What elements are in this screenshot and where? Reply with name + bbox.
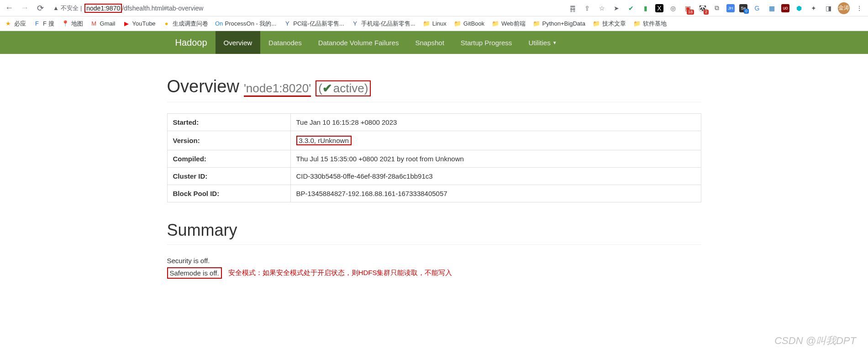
ext-check-icon[interactable]: ✔ bbox=[626, 3, 636, 13]
bookmark-item[interactable]: 📁Web前端 bbox=[492, 20, 526, 28]
safemode-annotation: 安全模式：如果安全模式处于开启状态，则HDFS集群只能读取，不能写入 bbox=[228, 269, 452, 277]
bookmark-label: Gmail bbox=[100, 20, 116, 27]
table-row: Version:3.3.0, rUnknown bbox=[167, 131, 701, 150]
back-button[interactable]: ← bbox=[4, 3, 15, 14]
caret-icon: ▼ bbox=[552, 40, 557, 45]
profile-avatar[interactable]: 金涛 bbox=[838, 2, 850, 14]
share-icon[interactable]: ⇪ bbox=[582, 3, 592, 13]
nav-utilities[interactable]: Utilities▼ bbox=[520, 31, 565, 54]
page-title: Overview 'node1:8020' ( ✔ active) bbox=[167, 77, 701, 102]
bookmark-icon: Y bbox=[284, 20, 291, 27]
row-value: Thu Jul 15 15:35:00 +0800 2021 by root f… bbox=[290, 150, 701, 168]
bookmark-icon: ● bbox=[163, 20, 170, 27]
bookmark-label: F 搜 bbox=[43, 20, 54, 28]
overview-table: Started:Tue Jan 10 16:15:28 +0800 2023Ve… bbox=[167, 113, 701, 202]
bookmark-label: Linux bbox=[432, 20, 447, 27]
bookmark-label: YouTube bbox=[132, 20, 156, 27]
safemode-row: Safemode is off. 安全模式：如果安全模式处于开启状态，则HDFS… bbox=[167, 267, 701, 279]
bookmark-item[interactable]: OnProcessOn - 我的... bbox=[216, 20, 277, 28]
bookmark-label: GitBook bbox=[463, 20, 484, 27]
extensions-icon[interactable]: ✦ bbox=[809, 3, 819, 13]
bookmark-item[interactable]: 📁软件基地 bbox=[633, 20, 667, 28]
bookmark-icon: 📁 bbox=[633, 20, 641, 27]
row-label: Started: bbox=[167, 114, 290, 131]
address-bar[interactable]: ▲ 不安全 | node1:9870 /dfshealth.html#tab-o… bbox=[53, 4, 203, 13]
bookmark-item[interactable]: 📁GitBook bbox=[454, 20, 484, 27]
check-icon: ✔ bbox=[322, 81, 332, 95]
bookmark-label: Web前端 bbox=[501, 20, 526, 28]
ext-teal-icon[interactable]: ⬢ bbox=[794, 3, 804, 13]
bookmark-icon: 📁 bbox=[593, 20, 600, 27]
nav-snapshot[interactable]: Snapshot bbox=[407, 31, 452, 54]
bookmark-icon: ★ bbox=[5, 20, 12, 27]
nav-volume-failures[interactable]: Datanode Volume Failures bbox=[310, 31, 407, 54]
bookmark-item[interactable]: 📁Linux bbox=[423, 20, 447, 27]
table-row: Started:Tue Jan 10 16:15:28 +0800 2023 bbox=[167, 114, 701, 131]
bookmark-label: 手机端-亿品新零售... bbox=[361, 20, 416, 28]
row-value: 3.3.0, rUnknown bbox=[290, 131, 701, 150]
row-value: CID-330b5458-0ffe-46ef-839f-28a6c1bb91c3 bbox=[290, 168, 701, 185]
row-label: Version: bbox=[167, 131, 290, 150]
bookmark-icon: 📁 bbox=[533, 20, 540, 27]
warning-icon: ▲ bbox=[53, 5, 59, 11]
nav-datanodes[interactable]: Datanodes bbox=[260, 31, 310, 54]
bookmark-item[interactable]: ▶YouTube bbox=[123, 20, 156, 27]
url-host: node1:9870 bbox=[84, 4, 122, 13]
bookmark-label: Python+BigData bbox=[542, 20, 585, 27]
ext-g-icon[interactable]: G bbox=[752, 3, 762, 13]
security-label: 不安全 bbox=[61, 4, 79, 12]
bookmark-item[interactable]: YPC端-亿品新零售... bbox=[284, 20, 344, 28]
sidepanel-icon[interactable]: ◨ bbox=[823, 3, 833, 13]
ext-green-icon[interactable]: ▮ bbox=[641, 3, 651, 13]
translate-icon[interactable]: ䷴ bbox=[568, 3, 578, 13]
bookmark-item[interactable]: FF 搜 bbox=[33, 20, 54, 28]
bookmark-icon: 📁 bbox=[454, 20, 461, 27]
ext-panda-icon[interactable]: 🐼2 bbox=[697, 3, 707, 13]
bookmark-item[interactable]: MGmail bbox=[90, 20, 116, 27]
bookmark-item[interactable]: ★必应 bbox=[5, 20, 26, 28]
security-status: Security is off. bbox=[167, 257, 701, 265]
ext-red-badge-icon[interactable]: ▣18 bbox=[683, 3, 693, 13]
forward-button[interactable]: → bbox=[19, 3, 30, 14]
bookmark-icon: On bbox=[216, 20, 223, 27]
ext-jh-icon[interactable]: JH bbox=[726, 4, 735, 12]
ext-shield-icon[interactable]: uo bbox=[781, 4, 789, 12]
hadoop-navbar: Hadoop Overview Datanodes Datanode Volum… bbox=[0, 31, 868, 54]
ext-black-icon[interactable]: X bbox=[655, 4, 663, 12]
row-value: Tue Jan 10 16:15:28 +0800 2023 bbox=[290, 114, 701, 131]
brand-label[interactable]: Hadoop bbox=[167, 37, 216, 48]
ext-blue-icon[interactable]: ▦ bbox=[767, 3, 777, 13]
version-highlight: 3.3.0, rUnknown bbox=[296, 136, 352, 145]
ext-circle-icon[interactable]: ◎ bbox=[668, 3, 678, 13]
bookmark-bar: ★必应FF 搜📍地图MGmail▶YouTube●生成调查问卷OnProcess… bbox=[0, 16, 868, 31]
bookmark-item[interactable]: Y手机端-亿品新零售... bbox=[352, 20, 416, 28]
host-address: 'node1:8020' bbox=[244, 81, 311, 97]
security-indicator[interactable]: ▲ 不安全 | bbox=[53, 4, 82, 12]
ext-arrow-icon[interactable]: ➤ bbox=[611, 3, 621, 13]
extension-tray: ䷴ ⇪ ☆ ➤ ✔ ▮ X ◎ ▣18 🐼2 ⧉ JH Se0 G ▦ uo ⬢… bbox=[568, 2, 864, 14]
bookmark-label: PC端-亿品新零售... bbox=[293, 20, 344, 28]
bookmark-item[interactable]: 📁技术文章 bbox=[593, 20, 626, 28]
star-icon[interactable]: ☆ bbox=[597, 3, 607, 13]
table-row: Cluster ID:CID-330b5458-0ffe-46ef-839f-2… bbox=[167, 168, 701, 185]
status-badge: ( ✔ active) bbox=[316, 80, 371, 96]
url-path: /dfshealth.html#tab-overview bbox=[122, 5, 203, 12]
table-row: Block Pool ID:BP-1345884827-192.168.88.1… bbox=[167, 185, 701, 202]
bookmark-item[interactable]: 📁Python+BigData bbox=[533, 20, 585, 27]
menu-icon[interactable]: ⋮ bbox=[854, 3, 864, 13]
bookmark-item[interactable]: ●生成调查问卷 bbox=[163, 20, 208, 28]
ext-se-icon[interactable]: Se0 bbox=[739, 4, 747, 12]
bookmark-icon: F bbox=[33, 20, 41, 27]
safemode-status: Safemode is off. bbox=[167, 267, 222, 279]
content-area: Overview 'node1:8020' ( ✔ active) Starte… bbox=[167, 54, 701, 292]
bookmark-icon: Y bbox=[352, 20, 359, 27]
overview-title: Overview bbox=[167, 77, 239, 96]
nav-overview[interactable]: Overview bbox=[216, 31, 261, 54]
row-value: BP-1345884827-192.168.88.161-16733384050… bbox=[290, 185, 701, 202]
bookmark-item[interactable]: 📍地图 bbox=[62, 20, 83, 28]
reload-button[interactable]: ⟳ bbox=[35, 3, 46, 14]
summary-title: Summary bbox=[167, 221, 701, 245]
ext-window-icon[interactable]: ⧉ bbox=[712, 3, 722, 13]
bookmark-icon: 📁 bbox=[423, 20, 430, 27]
nav-startup-progress[interactable]: Startup Progress bbox=[452, 31, 521, 54]
